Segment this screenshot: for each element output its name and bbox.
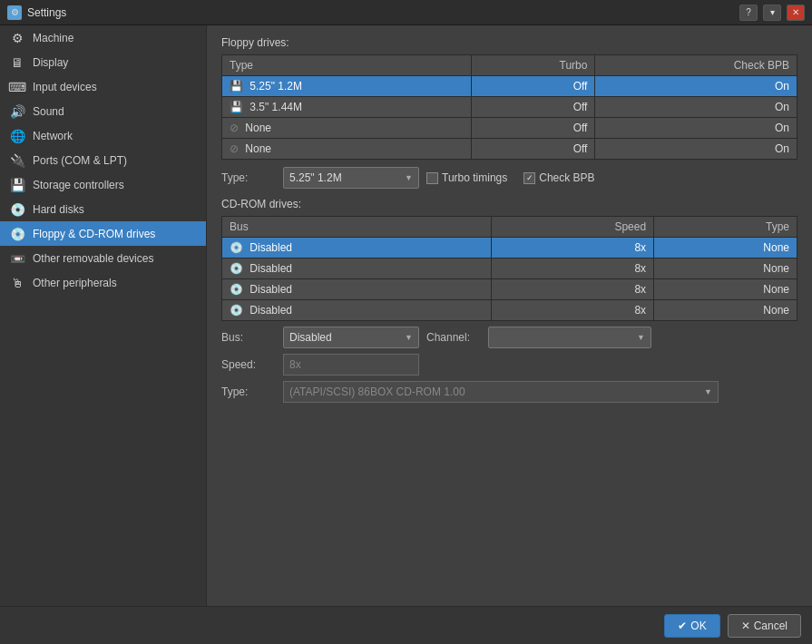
display-icon: 🖥 — [9, 54, 25, 71]
ok-button[interactable]: ✔ OK — [664, 614, 719, 638]
cdrom-row-1-name: 💿 Disabled — [222, 259, 492, 279]
close-button[interactable]: ✕ — [787, 5, 805, 21]
machine-icon: ⚙ — [9, 30, 25, 46]
cdrom-speed-input: 8x — [283, 354, 419, 376]
floppy-cdrom-icon: 💿 — [9, 226, 25, 242]
sidebar-label-sound: Sound — [33, 105, 64, 118]
cdrom-row-1-type: None — [654, 259, 797, 279]
cdrom-row-3-name: 💿 Disabled — [222, 300, 492, 321]
cdrom-row-2-name: 💿 Disabled — [222, 279, 492, 300]
cdrom-col-bus: Bus — [222, 217, 492, 238]
floppy-section-header: Floppy drives: — [221, 36, 797, 49]
sound-icon: 🔊 — [9, 103, 25, 120]
floppy-row-0[interactable]: 💾 5.25" 1.2M Off On — [222, 76, 797, 97]
sidebar-label-machine: Machine — [33, 32, 73, 44]
floppy-row-2-name: ⊘ None — [222, 118, 472, 139]
cdrom-row-3[interactable]: 💿 Disabled 8x None — [222, 300, 797, 321]
cdrom-type-dropdown-arrow: ▼ — [704, 387, 712, 396]
cdrom-speed-label: Speed: — [221, 358, 276, 371]
floppy-table: Type Turbo Check BPB 💾 5.25" 1.2M Off On — [221, 54, 797, 160]
floppy-row-1[interactable]: 💾 3.5" 1.44M Off On — [222, 97, 797, 118]
main-container: ⚙ Machine 🖥 Display ⌨ Input devices 🔊 So… — [0, 25, 812, 644]
cdrom-row-2-type: None — [654, 279, 797, 300]
sidebar-item-other-peripherals[interactable]: 🖱 Other peripherals — [0, 270, 206, 295]
cdrom-row-0-speed: 8x — [492, 238, 654, 259]
sidebar-item-floppy-cdrom[interactable]: 💿 Floppy & CD-ROM drives — [0, 221, 206, 246]
sidebar-label-other-peripherals: Other peripherals — [33, 277, 117, 289]
cdrom-channel-dropdown[interactable]: ▼ — [488, 327, 651, 348]
sidebar-label-display: Display — [33, 56, 68, 69]
sidebar-label-network: Network — [33, 130, 73, 142]
other-peripherals-icon: 🖱 — [9, 275, 25, 291]
cdrom-icon-2: 💿 — [230, 283, 243, 296]
help-button[interactable]: ? — [739, 5, 758, 21]
cdrom-row-3-speed: 8x — [492, 300, 654, 321]
sidebar-item-storage-controllers[interactable]: 💾 Storage controllers — [0, 172, 206, 197]
ok-icon: ✔ — [678, 620, 687, 632]
sidebar-label-floppy-cdrom: Floppy & CD-ROM drives — [33, 228, 155, 240]
floppy-icon-0: 💾 — [230, 80, 243, 93]
floppy-settings-row: Type: 5.25" 1.2M ▼ Turbo timings ✓ Check… — [221, 167, 797, 189]
cdrom-row-0-type: None — [654, 238, 797, 259]
sidebar-label-storage-controllers: Storage controllers — [33, 179, 124, 191]
floppy-type-label: Type: — [221, 171, 276, 184]
sidebar-item-hard-disks[interactable]: 💿 Hard disks — [0, 197, 206, 221]
cdrom-type-label: Type: — [221, 385, 276, 398]
floppy-row-3-name: ⊘ None — [222, 139, 472, 160]
cdrom-type-row: Type: (ATAPI/SCSI) 86BOX CD-ROM 1.00 ▼ — [221, 381, 797, 403]
cdrom-col-speed: Speed — [492, 217, 654, 238]
input-devices-icon: ⌨ — [9, 79, 25, 95]
turbo-timings-checkbox[interactable] — [426, 172, 438, 184]
floppy-col-type: Type — [222, 55, 472, 76]
floppy-row-0-turbo: Off — [472, 76, 595, 97]
cdrom-channel-label: Channel: — [426, 331, 481, 344]
cdrom-icon-3: 💿 — [230, 304, 243, 317]
cdrom-icon-0: 💿 — [230, 241, 243, 254]
storage-controllers-icon: 💾 — [9, 177, 25, 193]
window-title: Settings — [27, 6, 66, 19]
cdrom-col-type: Type — [654, 217, 797, 238]
cdrom-row-2[interactable]: 💿 Disabled 8x None — [222, 279, 797, 300]
cdrom-section-header: CD-ROM drives: — [221, 198, 797, 210]
turbo-timings-check[interactable]: Turbo timings — [426, 171, 507, 184]
floppy-row-1-name: 💾 3.5" 1.44M — [222, 97, 472, 118]
sidebar-item-machine[interactable]: ⚙ Machine — [0, 25, 206, 50]
hard-disks-icon: 💿 — [9, 201, 25, 218]
sidebar: ⚙ Machine 🖥 Display ⌨ Input devices 🔊 So… — [0, 25, 207, 644]
check-bpb-checkbox[interactable]: ✓ — [523, 172, 535, 184]
cdrom-row-0-name: 💿 Disabled — [222, 238, 492, 259]
minimize-button[interactable]: ▾ — [763, 5, 781, 21]
cdrom-row-1[interactable]: 💿 Disabled 8x None — [222, 259, 797, 279]
sidebar-item-input-devices[interactable]: ⌨ Input devices — [0, 74, 206, 99]
cdrom-row-2-speed: 8x — [492, 279, 654, 300]
floppy-row-3-turbo: Off — [472, 139, 595, 160]
floppy-row-2-checkbpb: On — [595, 118, 797, 139]
cdrom-bus-dropdown[interactable]: Disabled ▼ — [283, 327, 419, 348]
cdrom-row-0[interactable]: 💿 Disabled 8x None — [222, 238, 797, 259]
sidebar-item-other-removable[interactable]: 📼 Other removable devices — [0, 246, 206, 270]
floppy-row-0-checkbpb: On — [595, 76, 797, 97]
floppy-row-2-turbo: Off — [472, 118, 595, 139]
sidebar-item-network[interactable]: 🌐 Network — [0, 123, 206, 148]
floppy-row-1-checkbpb: On — [595, 97, 797, 118]
sidebar-item-ports[interactable]: 🔌 Ports (COM & LPT) — [0, 148, 206, 172]
cdrom-row-1-speed: 8x — [492, 259, 654, 279]
cdrom-settings: Bus: Disabled ▼ Channel: ▼ Speed: 8x Typ… — [221, 327, 797, 403]
sidebar-item-sound[interactable]: 🔊 Sound — [0, 99, 206, 123]
check-bpb-check[interactable]: ✓ Check BPB — [523, 171, 594, 184]
bottom-bar: ✔ OK ✕ Cancel — [0, 606, 812, 644]
ports-icon: 🔌 — [9, 152, 25, 169]
floppy-row-2[interactable]: ⊘ None Off On — [222, 118, 797, 139]
sidebar-label-hard-disks: Hard disks — [33, 203, 84, 216]
cdrom-row-3-type: None — [654, 300, 797, 321]
floppy-icon-3: ⊘ — [230, 142, 239, 155]
sidebar-item-display[interactable]: 🖥 Display — [0, 50, 206, 74]
cancel-button[interactable]: ✕ Cancel — [728, 614, 801, 638]
floppy-row-0-name: 💾 5.25" 1.2M — [222, 76, 472, 97]
floppy-row-3[interactable]: ⊘ None Off On — [222, 139, 797, 160]
floppy-type-dropdown[interactable]: 5.25" 1.2M ▼ — [283, 167, 419, 189]
cdrom-table: Bus Speed Type 💿 Disabled 8x None 💿 — [221, 216, 797, 321]
floppy-icon-2: ⊘ — [230, 122, 239, 134]
titlebar: ⚙ Settings ? ▾ ✕ — [0, 0, 812, 25]
sidebar-label-ports: Ports (COM & LPT) — [33, 154, 127, 167]
